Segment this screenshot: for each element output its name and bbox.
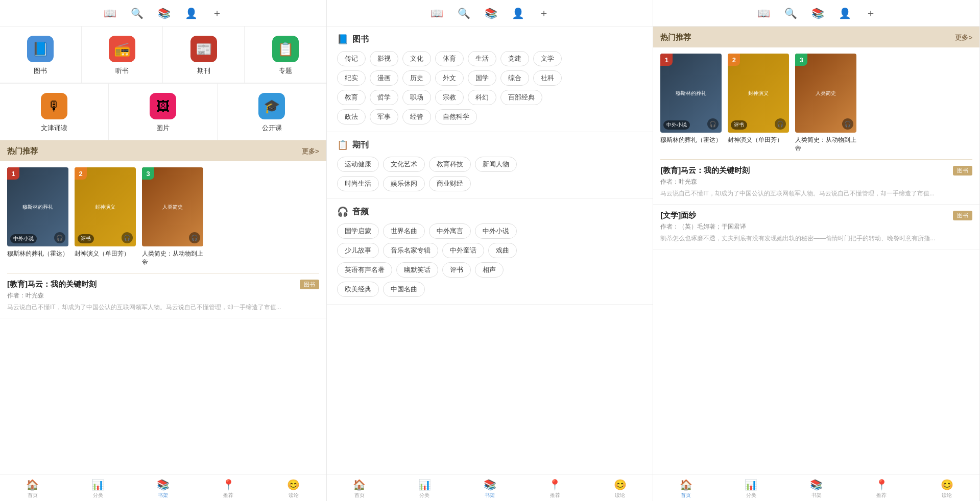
book-card-3-2[interactable]: 封神演义 2 评书 🎧 封神演义（单田芳） (728, 54, 789, 153)
opencourse-item[interactable]: 🎓 公开课 (218, 84, 326, 140)
cat-tag-fables[interactable]: 中外寓言 (429, 223, 471, 239)
bottom-nav-discuss-1[interactable]: 😊 读论 (261, 478, 326, 500)
cat-tag-business[interactable]: 商业财经 (429, 176, 471, 191)
bottom-nav-shelf-3[interactable]: 📚 书架 (784, 478, 849, 500)
rec-item-3-1[interactable]: [教育]马云：我的关键时刻 图书 作者：叶光森 马云说自己不懂IT，却成为了中国… (653, 160, 979, 205)
bottom-nav-category-3[interactable]: 📊 分类 (719, 478, 784, 500)
book-cover-wrap-3-3: 人类简史 3 🎧 (795, 54, 856, 133)
book-cover-wrap-1-3: 人类简史 3 🎧 (142, 167, 203, 246)
reading-item[interactable]: 🎙 文津诵读 (0, 84, 109, 140)
cat-tag-philosophy[interactable]: 哲学 (370, 90, 398, 105)
cat-tag-history[interactable]: 历史 (402, 70, 431, 86)
bottom-nav-shelf-1[interactable]: 📚 书架 (130, 478, 196, 500)
add-icon-3[interactable]: ＋ (866, 6, 876, 20)
search-icon-3[interactable]: 🔍 (784, 7, 797, 19)
cat-tag-music-masters[interactable]: 音乐名家专辑 (383, 243, 438, 258)
bottom-nav-category-2[interactable]: 📊 分类 (392, 478, 457, 500)
bottom-nav-recommend-1[interactable]: 📍 推荐 (196, 478, 261, 500)
cat-tag-life[interactable]: 生活 (468, 51, 496, 66)
bottom-nav-discuss-2[interactable]: 😊 读论 (588, 478, 653, 500)
cat-tag-guoxue[interactable]: 国学 (468, 70, 496, 86)
book-rank-1-1: 1 (7, 167, 19, 180)
cat-tag-biography[interactable]: 传记 (337, 51, 366, 66)
library-icon-2[interactable]: 📚 (485, 7, 497, 19)
cat-tag-workplace[interactable]: 职场 (402, 90, 431, 105)
cat-tag-chinese-music[interactable]: 中国名曲 (383, 282, 425, 297)
book-card-1-1[interactable]: 穆斯林的葬礼 1 中外小说 🎧 穆斯林的葬礼（霍达） (7, 167, 68, 267)
cat-tag-world-music[interactable]: 世界名曲 (383, 223, 425, 239)
cat-tag-management[interactable]: 经管 (402, 109, 431, 124)
cat-tag-guoxue-audio[interactable]: 国学启蒙 (337, 223, 379, 239)
cat-tag-jokes[interactable]: 幽默笑话 (396, 262, 438, 278)
cat-tag-storytelling[interactable]: 评书 (442, 262, 471, 278)
cat-tag-culture[interactable]: 文化 (402, 51, 431, 66)
rec-item-3-2[interactable]: [文学]面纱 图书 作者：（英）毛姆著；于国君译 凯蒂怎么也琢磨不透，丈夫到底有… (653, 205, 979, 249)
cat-tag-sports-health[interactable]: 运动健康 (337, 157, 379, 172)
bottom-nav-category-1[interactable]: 📊 分类 (65, 478, 131, 500)
cat-tag-general[interactable]: 综合 (500, 70, 529, 86)
cat-tag-education[interactable]: 教育 (337, 90, 366, 105)
audiobooks-item[interactable]: 📻 听书 (82, 27, 163, 83)
cat-tag-novels[interactable]: 中外小说 (475, 223, 517, 239)
bottom-nav-home-3[interactable]: 🏠 首页 (653, 478, 719, 500)
cat-tag-scifi[interactable]: 科幻 (468, 90, 496, 105)
books-item[interactable]: 📘 图书 (0, 27, 82, 83)
cat-tag-kids-stories[interactable]: 少儿故事 (337, 243, 379, 258)
bottom-nav-recommend-3[interactable]: 📍 推荐 (849, 478, 915, 500)
cat-tag-news-people[interactable]: 新闻人物 (475, 157, 517, 172)
cat-tag-entertainment[interactable]: 娱乐休闲 (383, 176, 425, 191)
bottom-nav-home-2[interactable]: 🏠 首页 (327, 478, 392, 500)
bottom-nav-shelf-2[interactable]: 📚 书架 (457, 478, 522, 500)
home-icon-2: 🏠 (353, 479, 366, 491)
topics-item[interactable]: 📋 专题 (245, 27, 326, 83)
cat-tag-foreign[interactable]: 外文 (435, 70, 464, 86)
discuss-icon-1: 😊 (287, 479, 300, 491)
more-link-3[interactable]: 更多> (955, 33, 972, 42)
cat-tag-sports[interactable]: 体育 (435, 51, 464, 66)
cat-tag-fairy-tales[interactable]: 中外童话 (442, 243, 484, 258)
bottom-nav-discuss-3[interactable]: 😊 读论 (914, 478, 979, 500)
cat-tag-religion[interactable]: 宗教 (435, 90, 464, 105)
cat-tag-culture-art[interactable]: 文化艺术 (383, 157, 425, 172)
cat-tag-party[interactable]: 党建 (500, 51, 529, 66)
cat-tag-manga[interactable]: 漫画 (370, 70, 398, 86)
cat-tag-film[interactable]: 影视 (370, 51, 398, 66)
cat-tag-western-classics[interactable]: 欧美经典 (337, 282, 379, 297)
audio-tags-row2: 少儿故事 音乐名家专辑 中外童话 戏曲 (337, 243, 643, 258)
book-text-3-1: 穆斯林的葬礼 (674, 88, 708, 99)
book-card-1-3[interactable]: 人类简史 3 🎧 人类简史：从动物到上帝 (142, 167, 203, 267)
book-card-1-2[interactable]: 封神演义 2 评书 🎧 封神演义（单田芳） (75, 167, 136, 267)
cat-tag-social[interactable]: 社科 (533, 70, 562, 86)
cat-tag-nonfiction[interactable]: 纪实 (337, 70, 366, 86)
cat-tag-100classics[interactable]: 百部经典 (500, 90, 542, 105)
cat-tag-military[interactable]: 军事 (370, 109, 398, 124)
cat-tag-fashion[interactable]: 时尚生活 (337, 176, 379, 191)
cat-tag-crosstalk[interactable]: 相声 (475, 262, 504, 278)
book-card-3-3[interactable]: 人类简史 3 🎧 人类简史：从动物到上帝 (795, 54, 856, 153)
cat-tag-nature[interactable]: 自然科学 (435, 109, 477, 124)
user-icon-3[interactable]: 👤 (839, 7, 851, 19)
library-icon-1[interactable]: 📚 (158, 7, 171, 19)
search-icon-2[interactable]: 🔍 (458, 7, 470, 19)
search-icon-1[interactable]: 🔍 (131, 7, 144, 19)
user-icon-2[interactable]: 👤 (512, 7, 524, 19)
add-icon-2[interactable]: ＋ (539, 6, 549, 20)
bottom-nav-home-1[interactable]: 🏠 首页 (0, 478, 65, 500)
more-link-1[interactable]: 更多> (302, 147, 319, 156)
book-card-3-1[interactable]: 穆斯林的葬礼 1 中外小说 🎧 穆斯林的葬礼（霍达） (660, 54, 722, 153)
cat-tag-opera[interactable]: 戏曲 (488, 243, 517, 258)
journals-icon: 📰 (190, 36, 217, 62)
rec-item-1-1[interactable]: [教育]马云：我的关键时刻 图书 作者：叶光森 马云说自己不懂IT，却成为了中国… (0, 273, 326, 318)
images-item[interactable]: 🖼 图片 (109, 84, 218, 140)
cat-tag-edu-tech[interactable]: 教育科技 (429, 157, 471, 172)
cat-tag-literature[interactable]: 文学 (533, 51, 562, 66)
journals-item[interactable]: 📰 期刊 (163, 27, 245, 83)
reading-icon: 🎙 (41, 93, 67, 119)
bottom-nav-recommend-2[interactable]: 📍 推荐 (522, 478, 588, 500)
book-cover-text-1-3: 人类简史 (160, 202, 185, 213)
add-icon-1[interactable]: ＋ (212, 6, 222, 20)
library-icon-3[interactable]: 📚 (811, 7, 824, 19)
cat-tag-english-audio[interactable]: 英语有声名著 (337, 262, 392, 278)
cat-tag-law[interactable]: 政法 (337, 109, 366, 124)
user-icon-1[interactable]: 👤 (185, 7, 198, 19)
